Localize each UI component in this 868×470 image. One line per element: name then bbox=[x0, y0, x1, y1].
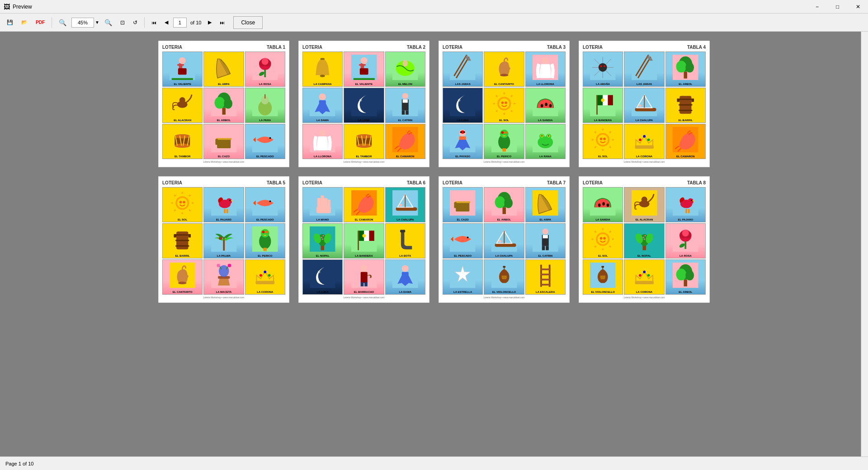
svg-point-238 bbox=[400, 204, 402, 207]
card-image bbox=[163, 89, 202, 118]
loteria-title: LOTERIA bbox=[443, 45, 462, 50]
card-image bbox=[386, 52, 425, 82]
prev-page-button[interactable]: ◀ bbox=[161, 16, 171, 29]
svg-line-188 bbox=[175, 210, 176, 211]
zoom-out-button[interactable]: 🔍 bbox=[56, 16, 70, 29]
svg-point-313 bbox=[688, 198, 693, 204]
fit-button[interactable]: ⊡ bbox=[117, 16, 128, 29]
svg-point-263 bbox=[402, 265, 409, 272]
card-label: EL VIOLONCELLO bbox=[591, 290, 615, 294]
svg-point-70 bbox=[356, 134, 372, 138]
svg-point-102 bbox=[541, 104, 543, 108]
card-label: EL PERICO bbox=[258, 254, 272, 258]
svg-point-176 bbox=[643, 135, 646, 138]
preview-content: LOTERIATABLA 1EL VALIENTEEL ARPALA ROSAE… bbox=[0, 32, 868, 456]
card-label: LA ESTRELLA bbox=[453, 290, 472, 294]
close-button[interactable]: Close bbox=[233, 16, 263, 29]
card-cell: EL PAYASO bbox=[443, 124, 483, 159]
svg-point-109 bbox=[460, 131, 462, 133]
scrollbar[interactable] bbox=[861, 32, 868, 456]
card-cell: EL PESCADO bbox=[245, 124, 285, 159]
rotate-button[interactable]: ↺ bbox=[130, 16, 141, 29]
maximize-button[interactable]: □ bbox=[827, 0, 848, 14]
svg-rect-47 bbox=[353, 78, 374, 80]
svg-rect-357 bbox=[684, 280, 688, 287]
card-cell: LA CORONA bbox=[245, 259, 285, 295]
card-image bbox=[443, 260, 482, 290]
tabla-number: TABLA 3 bbox=[547, 45, 566, 50]
card-image bbox=[163, 260, 202, 290]
svg-rect-21 bbox=[222, 108, 226, 115]
card-image bbox=[303, 89, 342, 118]
card-label: LA CHALUPA bbox=[495, 254, 513, 258]
svg-point-54 bbox=[403, 60, 408, 66]
card-image bbox=[344, 89, 383, 118]
card-cell: EL ARBOL bbox=[203, 88, 244, 123]
save-button[interactable]: 💾 bbox=[4, 16, 16, 29]
app-icon: 🖼 bbox=[4, 3, 10, 10]
svg-point-353 bbox=[639, 274, 642, 277]
svg-line-168 bbox=[610, 132, 611, 133]
card-cell: LA ESTRELLA bbox=[443, 259, 483, 295]
first-page-button[interactable]: ⏮ bbox=[148, 16, 160, 29]
svg-point-272 bbox=[495, 196, 505, 208]
svg-point-162 bbox=[598, 135, 608, 145]
card-label: LA BANDERA bbox=[355, 254, 373, 258]
card-label: LA CHALUPA bbox=[636, 118, 653, 122]
svg-rect-151 bbox=[635, 108, 656, 112]
card-label: EL VIOLONCELLO bbox=[492, 290, 516, 294]
card-cell: LA BOTA bbox=[385, 223, 425, 258]
svg-line-167 bbox=[595, 132, 596, 133]
svg-rect-248 bbox=[358, 230, 359, 250]
svg-point-149 bbox=[601, 99, 605, 102]
card-label: EL TAMBOR bbox=[356, 155, 372, 158]
zoom-input[interactable] bbox=[71, 18, 94, 28]
card-image bbox=[204, 125, 243, 155]
svg-rect-197 bbox=[226, 209, 228, 213]
card-label: LA LUNA bbox=[457, 118, 469, 122]
card-image bbox=[625, 52, 663, 82]
card-cell: LA ARAÑA bbox=[583, 52, 623, 87]
open-button[interactable]: 📂 bbox=[18, 16, 31, 29]
next-page-button[interactable]: ▶ bbox=[205, 16, 215, 29]
card-image bbox=[303, 260, 342, 290]
zoom-arrow[interactable]: ▼ bbox=[95, 20, 99, 25]
card-image bbox=[344, 125, 383, 155]
card-cell: EL SOL bbox=[162, 187, 203, 222]
svg-point-273 bbox=[504, 198, 513, 208]
zoom-in-button[interactable]: 🔍 bbox=[101, 16, 115, 29]
svg-point-337 bbox=[644, 239, 645, 240]
svg-line-186 bbox=[175, 195, 176, 196]
card-cell: EL ARPA bbox=[525, 187, 566, 222]
svg-rect-3 bbox=[177, 64, 184, 66]
tabla-tabla8: LOTERIATABLA 8LA SANDIAEL ALACRANEL PAJA… bbox=[579, 176, 710, 303]
card-cell: EL ALACRAN bbox=[162, 88, 203, 123]
tabla-number: TABLA 2 bbox=[407, 45, 425, 50]
card-cell: LAS JARAS bbox=[624, 52, 664, 87]
card-cell: LA LLORONA bbox=[302, 124, 343, 159]
svg-point-90 bbox=[499, 99, 509, 109]
window-close-button[interactable]: ✕ bbox=[848, 0, 868, 14]
card-cell: EL SOL bbox=[484, 88, 524, 123]
card-label: LAS JARAS bbox=[455, 82, 471, 86]
card-label: EL ARBOL bbox=[497, 218, 511, 221]
minimize-button[interactable]: − bbox=[807, 0, 827, 14]
card-cell: LA CHALUPA bbox=[385, 187, 425, 222]
last-page-button[interactable]: ⏭ bbox=[217, 16, 228, 29]
svg-rect-40 bbox=[215, 139, 218, 145]
svg-rect-15 bbox=[264, 70, 266, 77]
card-image bbox=[246, 224, 284, 254]
page-number-input[interactable] bbox=[173, 18, 187, 28]
svg-rect-64 bbox=[402, 110, 405, 114]
tabla-number: TABLA 6 bbox=[407, 180, 425, 185]
svg-rect-302 bbox=[540, 279, 551, 281]
svg-line-324 bbox=[595, 231, 596, 232]
svg-rect-39 bbox=[216, 138, 231, 140]
card-label: LA LUNA bbox=[317, 290, 329, 294]
card-cell: EL ARBOL bbox=[484, 187, 524, 222]
card-image bbox=[526, 89, 565, 118]
tabla-footer: Loteria Workshop • www.marcablast.com bbox=[443, 160, 566, 163]
pdf-button[interactable]: PDF bbox=[33, 16, 48, 29]
tabla-grid: EL SOLEL PAJAROEL PESCADOEL BARRILLA PAL… bbox=[162, 187, 285, 295]
svg-line-189 bbox=[189, 210, 191, 211]
